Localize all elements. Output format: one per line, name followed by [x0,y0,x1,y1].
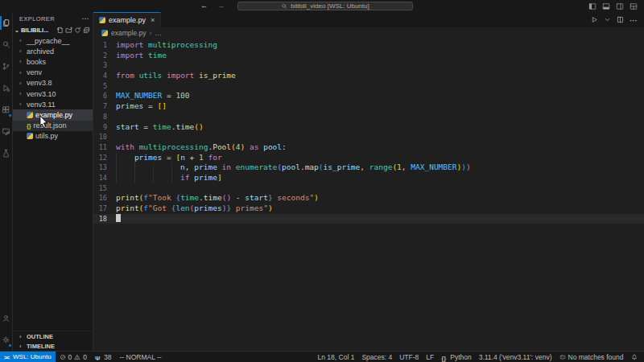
line-content: with multiprocessing.Pool(4) as pool: [116,142,287,153]
folder-item-venv3.8[interactable]: ›venv3.8 [13,78,93,88]
status-language-mode[interactable]: {}Python [438,352,475,362]
activity-run-and-debug[interactable] [0,77,12,99]
command-center-search[interactable]: bilibili_video [WSL: Ubuntu] [237,2,413,10]
chevron-down-icon: ⌄ [14,27,19,34]
more-actions-icon[interactable]: ⋯ [630,16,637,23]
status-indicator[interactable]: Ψ38 [91,352,115,362]
vscode-window: ← → bilibili_video [WSL: Ubuntu] EXPLORE… [0,0,644,362]
code-line-10[interactable]: 10 [93,132,644,142]
status-label: Ln 18, Col 1 [318,353,355,361]
folder-item-venv[interactable]: ›venv [13,68,93,78]
code-line-11[interactable]: 11with multiprocessing.Pool(4) as pool: [93,142,644,153]
section-timeline[interactable]: ›TIMELINE [13,341,93,351]
code-line-15[interactable]: 15 [93,183,644,194]
code-line-6[interactable]: 6MAX_NUMBER = 100 [93,91,644,101]
activity-accounts[interactable] [0,307,12,329]
python-file-icon [27,133,33,139]
code-line-18[interactable]: 18 [93,214,644,224]
status-indentation[interactable]: Spaces: 4 [358,352,396,362]
activity-testing[interactable] [0,142,12,164]
close-icon[interactable]: × [151,16,155,24]
section-label: TIMELINE [27,343,55,350]
activity-explorer[interactable] [0,12,12,34]
line-number: 16 [93,193,116,204]
breadcrumb-symbol[interactable]: … [155,29,162,37]
status-encoding[interactable]: UTF-8 [396,352,423,362]
refresh-icon[interactable] [74,27,81,34]
folder-label: venv [27,68,42,76]
activity-search[interactable] [0,34,12,56]
code-line-9[interactable]: 9start = time.time() [93,122,644,133]
badge-dot [8,113,12,117]
new-folder-icon[interactable] [65,27,72,34]
code-line-16[interactable]: 16print(f"Took {time.time() - start} sec… [93,193,644,204]
line-number: 10 [93,132,116,142]
status-remote[interactable]: ><WSL: Ubuntu [0,352,56,362]
section-outline[interactable]: ›OUTLINE [13,331,93,341]
activity-extensions[interactable] [0,99,12,121]
code-editor[interactable]: 1import multiprocessing2import time34fro… [93,39,644,351]
line-content: import time [116,51,167,61]
code-line-13[interactable]: 13 n, prime in enumerate(pool.map(is_pri… [93,162,644,173]
line-number: 14 [93,173,116,183]
file-item-utils.py[interactable]: utils.py [13,131,93,142]
views-more-actions-icon[interactable]: ⋯ [82,14,89,23]
code-line-1[interactable]: 1import multiprocessing [93,40,644,51]
status-right: Ln 18, Col 1Spaces: 4UTF-8LF{}Python3.11… [314,352,644,362]
status-python-interpreter[interactable]: 3.11.4 ('venv3.11': venv) [475,352,555,362]
folder-item-venv3.11[interactable]: ›venv3.11 [13,99,93,109]
new-file-icon[interactable] [56,27,64,34]
activity-source-control[interactable] [0,56,12,77]
layout-sidebar-right-icon[interactable] [616,2,624,10]
code-line-14[interactable]: 14 if prime] [93,173,644,183]
layout-customize-icon[interactable] [630,2,638,10]
forward-arrow-icon[interactable]: → [217,2,225,10]
folder-label: venv3.11 [27,101,56,109]
status-notifications[interactable] [627,352,641,362]
status-matches-status[interactable]: No matches found [555,352,627,362]
status-label: WSL: Ubuntu [13,353,52,360]
split-editor-icon[interactable] [617,16,624,23]
line-content: primes = [n + 1 for [116,153,222,163]
line-number: 8 [93,112,116,122]
folder-item-books[interactable]: ›books [13,56,93,67]
line-number: 1 [93,40,116,51]
status-label: No matches found [568,353,624,361]
chevron-right-icon: › [19,80,24,87]
collapse-all-icon[interactable] [83,27,90,34]
breadcrumb-file[interactable]: example.py [111,29,146,37]
file-item-result.json[interactable]: {}result.json [13,121,93,131]
activity-settings[interactable] [0,329,12,351]
folder-item-__pycache__[interactable]: ›__pycache__ [13,35,93,46]
code-line-7[interactable]: 7primes = [] [93,101,644,112]
status-eol[interactable]: LF [423,352,438,362]
code-line-12[interactable]: 12 primes = [n + 1 for [93,153,644,163]
layout-sidebar-left-icon[interactable] [588,2,597,10]
error-icon [60,354,66,360]
code-line-5[interactable]: 5 [93,81,644,92]
line-number: 5 [93,81,116,92]
code-line-3[interactable]: 3 [93,60,644,71]
tab-example-py[interactable]: example.py × [93,12,161,27]
workspace-section-header[interactable]: ⌄ BILIBILI... [13,25,93,35]
code-line-2[interactable]: 2import time [93,51,644,61]
status-cursor-position[interactable]: Ln 18, Col 1 [314,352,358,362]
status-label: UTF-8 [399,353,419,361]
run-dropdown-icon[interactable] [604,16,611,23]
status-mode[interactable]: -- NORMAL -- [116,352,166,362]
folder-item-venv3.10[interactable]: ›venv3.10 [13,88,93,99]
source-control-icon [2,62,10,71]
file-item-example.py[interactable]: example.py [13,109,93,120]
run-icon[interactable] [591,16,598,23]
code-line-4[interactable]: 4from utils import is_prime [93,71,644,81]
explorer-sidebar: EXPLORER ⋯ ⌄ BILIBILI... ›__pycache__›ar… [13,12,93,351]
breadcrumb[interactable]: example.py › … [93,27,644,39]
activity-remote-explorer[interactable] [0,121,12,142]
code-line-17[interactable]: 17print(f"Got {len(primes)} primes") [93,204,644,214]
account-icon [2,314,10,323]
folder-item-archived[interactable]: ›archived [13,46,93,56]
back-arrow-icon[interactable]: ← [200,2,208,10]
code-line-8[interactable]: 8 [93,112,644,122]
status-problems[interactable]: 00 [56,352,91,362]
layout-panel-icon[interactable] [602,2,610,10]
